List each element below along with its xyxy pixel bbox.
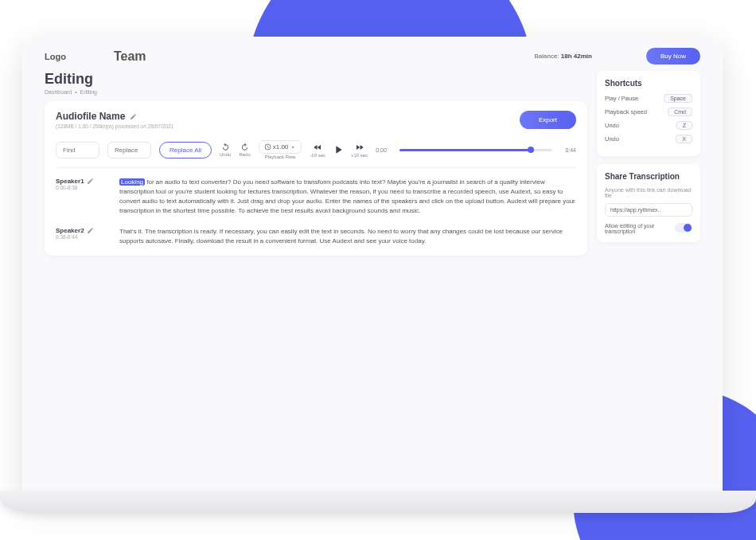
laptop-base [0, 491, 756, 513]
undo-button[interactable]: Undo [220, 143, 231, 157]
shortcut-label: Undo [605, 122, 619, 129]
undo-icon [221, 143, 230, 151]
play-controls: -10 sec +10 sec [310, 143, 368, 158]
redo-label: Redo [239, 152, 250, 157]
time-start: 0:00 [376, 147, 387, 153]
progress-thumb[interactable] [528, 147, 534, 153]
shortcut-label: Play / Pause [605, 95, 638, 102]
topbar: Logo Team Balance: 18h 42min Buy Now [22, 37, 723, 71]
transcript-text[interactable]: That's it. The transcription is ready. I… [119, 227, 576, 246]
speaker-name: Speaker2 [56, 227, 84, 234]
shortcuts-title: Shortcuts [605, 79, 692, 88]
editor-card: Audiofile Name (128MB / 1.00 / 256kbps) … [45, 101, 587, 256]
allow-editing-toggle[interactable] [675, 223, 692, 233]
file-header: Audiofile Name (128MB / 1.00 / 256kbps) … [56, 111, 576, 129]
balance-value: 18h 42min [561, 53, 592, 60]
share-description: Anyone with this link can download file [605, 187, 692, 198]
shortcut-row: Playback speed Cmd [605, 108, 692, 116]
export-button[interactable]: Export [520, 111, 576, 129]
rate-label: Playback Rate [265, 155, 296, 159]
edit-name-icon[interactable] [130, 113, 137, 120]
toolbar: Replace All Undo Redo x1.00 [56, 135, 576, 168]
shortcut-key: Cmd [668, 108, 692, 116]
laptop-screen: Logo Team Balance: 18h 42min Buy Now Edi… [22, 37, 723, 499]
shortcut-key: Z [676, 121, 692, 130]
main-column: Editing Dashboard • Editing Audiofile Na… [45, 71, 587, 499]
speaker-time: 0:38-0:44 [56, 234, 105, 240]
side-column: Shortcuts Play / Pause Space Playback sp… [597, 71, 700, 499]
playback-rate-control[interactable]: x1.00 Playback Rate [259, 140, 302, 159]
breadcrumb-current: Editing [80, 89, 97, 95]
transcript-row: Speaker2 0:38-0:44 That's it. The transc… [56, 227, 576, 246]
shortcut-row: Play / Pause Space [605, 94, 692, 103]
time-end: 0:44 [565, 147, 576, 153]
transcript-body: That's it. The transcription is ready. I… [119, 228, 563, 245]
toggle-knob [684, 224, 692, 232]
rewind-icon [313, 143, 322, 152]
back-10-label: -10 sec [310, 153, 325, 158]
forward-10-button[interactable]: +10 sec [351, 143, 368, 158]
shortcut-key: X [676, 135, 692, 143]
shortcut-row: Undo X [605, 135, 692, 143]
back-10-button[interactable]: -10 sec [310, 143, 325, 158]
page-head: Editing Dashboard • Editing [45, 71, 587, 95]
shortcut-label: Undo [605, 135, 619, 143]
content-area: Editing Dashboard • Editing Audiofile Na… [22, 71, 723, 499]
redo-icon [240, 143, 249, 151]
balance-label: Balance: [534, 53, 559, 60]
edit-speaker-icon[interactable] [87, 178, 94, 185]
progress-bar[interactable] [399, 149, 553, 151]
share-url-field[interactable]: https://app.rythmex.. [605, 203, 692, 217]
share-title: Share Transcription [605, 172, 692, 181]
shortcut-label: Playback speed [605, 108, 647, 115]
progress-fill [399, 149, 534, 151]
rate-value: x1.00 [273, 143, 289, 151]
buy-now-button[interactable]: Buy Now [646, 48, 700, 65]
file-name: Audiofile Name [56, 111, 125, 122]
fast-forward-icon [355, 143, 364, 152]
breadcrumb-sep: • [75, 89, 76, 95]
breadcrumb: Dashboard • Editing [45, 89, 587, 95]
play-button[interactable] [332, 143, 345, 156]
file-meta: (128MB / 1.00 / 256kbps) processed on 28… [56, 123, 173, 129]
highlighted-word: Looking [119, 178, 145, 186]
team-title: Team [114, 49, 146, 64]
undo-label: Undo [220, 152, 231, 157]
chevron-down-icon [290, 144, 296, 151]
shortcut-key: Space [664, 94, 692, 103]
breadcrumb-root[interactable]: Dashboard [45, 89, 72, 95]
page-title: Editing [45, 71, 587, 88]
transcript-text[interactable]: Looking for an audio to text converter? … [119, 178, 576, 216]
transcript: Speaker1 0:00-0:38 Looking for an audio … [56, 178, 576, 246]
clock-icon [264, 143, 271, 151]
edit-speaker-icon[interactable] [87, 227, 94, 234]
transcript-row: Speaker1 0:00-0:38 Looking for an audio … [56, 178, 576, 216]
speaker-name: Speaker1 [56, 178, 84, 185]
allow-editing-label: Allow editing of your transcription [605, 223, 670, 234]
logo[interactable]: Logo [45, 52, 66, 61]
transcript-body: for an audio to text converter? Do you n… [119, 178, 575, 214]
redo-button[interactable]: Redo [239, 143, 250, 157]
speaker-time: 0:00-0:38 [56, 185, 105, 190]
shortcut-row: Undo Z [605, 121, 692, 130]
forward-10-label: +10 sec [351, 153, 368, 158]
app-root: Logo Team Balance: 18h 42min Buy Now Edi… [22, 37, 723, 499]
replace-input[interactable] [107, 142, 151, 158]
shortcuts-card: Shortcuts Play / Pause Space Playback sp… [597, 71, 700, 156]
find-input[interactable] [56, 142, 99, 158]
replace-all-button[interactable]: Replace All [159, 142, 212, 158]
balance-text: Balance: 18h 42min [534, 53, 592, 60]
share-card: Share Transcription Anyone with this lin… [597, 164, 700, 242]
